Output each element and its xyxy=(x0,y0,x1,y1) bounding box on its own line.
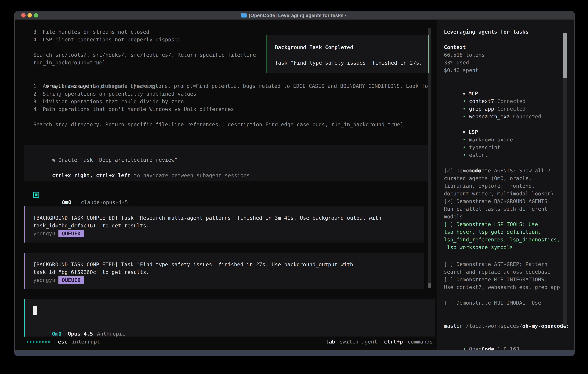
lsp-item: •eslint xyxy=(444,144,488,151)
spinner-dots-icon xyxy=(27,338,50,345)
terminal-line: Search src/ directory. Return specific f… xyxy=(33,121,403,128)
opencode-window: [OpenCode] Leveraging agents for tasks ◐… xyxy=(14,11,575,356)
zoom-button[interactable] xyxy=(34,13,38,18)
folder-icon xyxy=(241,13,247,18)
queued-badge: QUEUED xyxy=(58,276,84,284)
message-line-2: task_id="bg_dcfac161" to get results. xyxy=(33,222,149,229)
terminal-scrollback: 3. File handles or streams not closed4. … xyxy=(33,28,256,66)
main-scrollbar-thumb[interactable] xyxy=(428,283,431,288)
sidebar: Leveraging agents for tasks Context 66,5… xyxy=(437,20,575,352)
todo-line-active: lsp_find_references, lsp_diagnostics, xyxy=(444,236,560,243)
mcp-item: •websearch_exaConnected xyxy=(444,105,541,113)
lsp-item: •markdown-oxide xyxy=(444,128,513,136)
context-stats: 66,518 tokens33% used$0.46 spent xyxy=(444,51,485,74)
terminal-line: 3. Division operations that could divide… xyxy=(33,98,403,105)
message-line-2: task_id="bg_6f59260c" to get results. xyxy=(33,268,149,276)
hint-key-2: ctrl+x left xyxy=(96,172,130,178)
todo-pending-items: [ ] Demonstrate AST-GREP: Patternsearch … xyxy=(444,260,560,291)
tab-key-label: switch agent xyxy=(340,338,377,345)
mcp-name: websearch_exa xyxy=(469,114,510,119)
lsp-item: •typescript xyxy=(444,136,500,144)
workspace-path: ~/local-workspaces/oh-my-opencode: xyxy=(444,314,569,322)
todo-line-active: lsp_hover, lsp_goto_definition, xyxy=(444,228,560,236)
todo-line: models xyxy=(444,213,554,220)
model-line: OmOOpus 4.5Anthropic xyxy=(33,322,125,330)
hint-key-1: ctrl+x right, xyxy=(52,172,93,178)
message-line-1: [BACKGROUND TASK COMPLETED] Task "Resear… xyxy=(33,214,381,222)
titlebar: [OpenCode] Leveraging agents for tasks ◐ xyxy=(15,11,574,20)
mcp-item: •context7Connected xyxy=(444,90,525,97)
oracle-task-box: ◉ Oracle Task "Deep architecture review"… xyxy=(24,145,431,181)
traffic-lights xyxy=(21,13,38,18)
mcp-section-header[interactable]: ▼MCP xyxy=(444,82,478,90)
input-model-name: Opus 4.5 xyxy=(68,331,93,337)
todo-line: librarian, explore, frontend, xyxy=(444,182,554,190)
terminal-line: 1. Array access without bounds checking xyxy=(33,82,403,90)
terminal-line: run_in_background=true] xyxy=(33,59,256,66)
todo-line: [ ] Demonstrate MCP INTEGRATIONS: xyxy=(444,276,560,283)
esc-key-label: interrupt xyxy=(72,338,100,345)
mcp-status: Connected xyxy=(513,114,541,119)
terminal-line: 2. String operations on potentially unde… xyxy=(33,90,403,98)
toast-body: Task "Find type safety issues" finished … xyxy=(275,59,422,67)
window-bottom-edge xyxy=(15,350,574,356)
terminal-line xyxy=(33,113,403,121)
sidebar-scrollbar-thumb[interactable] xyxy=(563,33,567,78)
todo-line: curated agents (OmO, oracle, xyxy=(444,174,554,182)
terminal-line: 3. File handles or streams not closed xyxy=(33,28,256,36)
oracle-task-title: ◉ Oracle Task "Deep architecture review" xyxy=(33,148,178,156)
spinner-dot xyxy=(48,341,50,343)
spinner-dot xyxy=(45,341,47,343)
message-meta: yeongyu QUEUED xyxy=(33,276,84,284)
status-dot-icon: • xyxy=(463,152,466,158)
spinner-dot xyxy=(33,341,34,343)
background-task-toast: Background Task Completed Task "Find typ… xyxy=(266,35,429,73)
todo-line: [ ] Demonstrate AST-GREP: Pattern xyxy=(444,260,560,268)
todo-done-items: [✓] Demonstrate AGENTS: Show all 7curate… xyxy=(444,167,554,220)
window-title: [OpenCode] Leveraging agents for tasks ◐ xyxy=(249,13,348,18)
sidebar-scrollbar-track[interactable] xyxy=(563,78,567,326)
todo-section-header[interactable]: ▼Todo xyxy=(444,159,481,167)
todo-line: [✓] Demonstrate BACKGROUND AGENTS: xyxy=(444,197,554,205)
agent-header: OmO·claude-opus-4-5 xyxy=(33,191,128,198)
todo-line: [ ] Demonstrate MULTIMODAL: Use xyxy=(444,299,541,307)
context-stat-line: $0.46 spent xyxy=(444,66,485,74)
message-line-1: [BACKGROUND TASK COMPLETED] Task "Find t… xyxy=(33,261,353,268)
todo-line-active: lsp_workspace_symbols xyxy=(444,243,560,251)
lsp-name: eslint xyxy=(469,152,488,158)
minimize-button[interactable] xyxy=(28,13,32,18)
todo-line: Run parallel tasks with different xyxy=(444,205,554,213)
context-stat-line: 33% used xyxy=(444,59,485,66)
spinner-dot xyxy=(39,341,41,343)
agent-square-icon xyxy=(33,192,39,198)
background-task-message: [BACKGROUND TASK COMPLETED] Task "Resear… xyxy=(24,206,424,242)
background-task-message: [BACKGROUND TASK COMPLETED] Task "Find t… xyxy=(24,253,424,289)
tool-call-detail: 1. Array access without bounds checking2… xyxy=(33,82,403,128)
queued-badge: QUEUED xyxy=(58,230,84,237)
todo-line-active: [ ] Demonstrate LSP TOOLS: Use xyxy=(444,220,560,228)
terminal-line: 4. LSP client connections not properly d… xyxy=(33,36,256,43)
toast-title: Background Task Completed xyxy=(275,43,353,51)
separator-dot: · xyxy=(74,199,78,205)
mcp-item: •grep_appConnected xyxy=(444,97,525,105)
todo-line: search and replace across codebase xyxy=(444,268,560,276)
terminal-line: Search src/tools/, src/hooks/, src/featu… xyxy=(33,51,256,59)
path-prefix: ~/local-workspaces/ xyxy=(463,323,522,329)
message-author: yeongyu xyxy=(33,276,55,284)
close-button[interactable] xyxy=(21,13,26,18)
spinner-dot xyxy=(27,341,28,343)
repo-name: oh-my-opencode: xyxy=(522,323,569,329)
prompt-input[interactable]: OmOOpus 4.5Anthropic xyxy=(24,299,435,337)
todo-line: document-writer, multimodal-looker) xyxy=(444,190,554,197)
lsp-section-header[interactable]: ▼LSP xyxy=(444,120,478,128)
todo-line: Use context7, websearch_exa, grep_app xyxy=(444,283,560,291)
oracle-task-hint: ctrl+x right,ctrl+x leftto navigate betw… xyxy=(33,164,250,172)
ctrlp-key-label: commands xyxy=(408,338,433,345)
ctrlp-key-hint: ctrl+p xyxy=(384,338,403,345)
spinner-dot xyxy=(36,341,37,343)
input-provider-name: Anthropic xyxy=(97,331,125,337)
terminal-line xyxy=(33,43,256,51)
input-agent-name: OmO xyxy=(52,331,62,337)
text-cursor xyxy=(33,306,37,315)
context-label: Context xyxy=(444,43,466,51)
